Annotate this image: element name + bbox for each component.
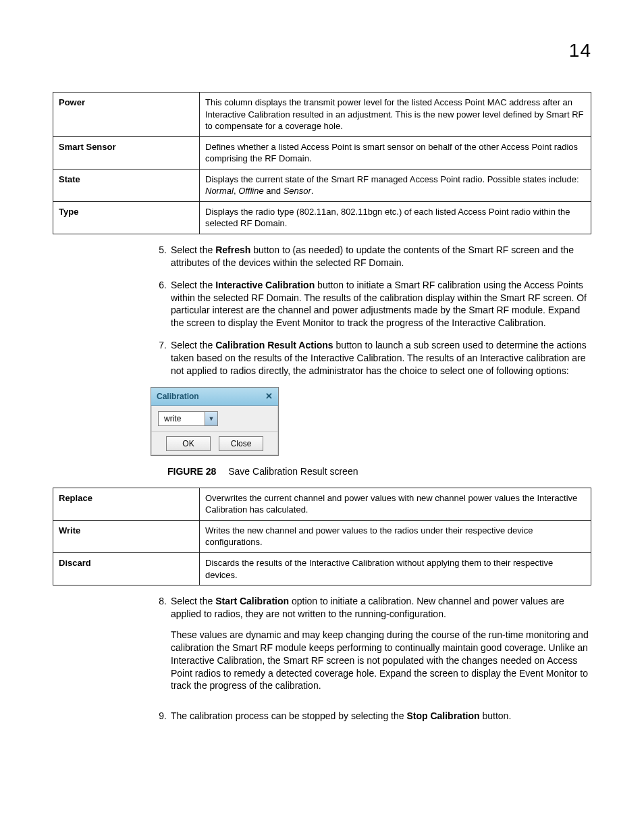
dialog-footer: OK Close [151, 432, 278, 455]
term-cell: Replace [53, 488, 200, 520]
calibration-action-dropdown[interactable]: write ▼ [158, 411, 218, 426]
interactive-calibration-label: Interactive Calibration [215, 280, 315, 290]
calibration-dialog: Calibration ✕ write ▼ OK Close [151, 387, 279, 456]
start-calibration-label: Start Calibration [215, 596, 289, 606]
table-row: Smart Sensor Defines whether a listed Ac… [53, 136, 591, 169]
table-row: Type Displays the radio type (802.11an, … [53, 201, 591, 234]
table-row: Write Writes the new channel and power v… [53, 520, 591, 552]
italic-word: Offline [238, 186, 264, 196]
definitions-table-1: Power This column displays the transmit … [53, 92, 591, 234]
figure-text: Save Calibration Result screen [228, 466, 358, 477]
term-cell: State [53, 169, 200, 201]
figure-label: FIGURE 28 [167, 466, 216, 477]
table-row: Discard Discards the results of the Inte… [53, 553, 591, 585]
step-text: Select the [171, 596, 215, 606]
italic-word: Normal [205, 186, 234, 196]
table-row: Replace Overwrites the current channel a… [53, 488, 591, 520]
step-5: 5. Select the Refresh button to (as need… [151, 244, 591, 269]
step-number: 8. [151, 595, 171, 700]
term-cell: Type [53, 201, 200, 234]
step-9: 9. The calibration process can be stoppe… [151, 710, 591, 723]
desc-cell: Displays the radio type (802.11an, 802.1… [200, 201, 591, 234]
chevron-down-icon[interactable]: ▼ [205, 412, 217, 425]
desc-cell: Defines whether a listed Access Point is… [200, 136, 591, 169]
step-number: 5. [151, 244, 171, 269]
step-text: These values are dynamic and may keep ch… [171, 629, 591, 692]
desc-cell: Discards the results of the Interactive … [200, 553, 591, 585]
step-text: Select the [171, 244, 215, 255]
step-number: 6. [151, 279, 171, 330]
desc-text: Displays the current state of the Smart … [205, 174, 579, 184]
term-cell: Power [53, 93, 200, 137]
term-cell: Discard [53, 553, 200, 585]
table-row: State Displays the current state of the … [53, 169, 591, 201]
calibration-result-actions-label: Calibration Result Actions [215, 340, 333, 350]
figure-caption: FIGURE 28 Save Calibration Result screen [167, 465, 591, 478]
desc-cell: Displays the current state of the Smart … [200, 169, 591, 201]
dialog-title: Calibration [157, 391, 199, 402]
definitions-table-2: Replace Overwrites the current channel a… [53, 488, 591, 585]
stop-calibration-label: Stop Calibration [406, 710, 479, 721]
term-cell: Write [53, 520, 200, 552]
desc-text: and [264, 186, 284, 196]
table-row: Power This column displays the transmit … [53, 93, 591, 137]
step-text: The calibration process can be stopped b… [171, 710, 406, 721]
step-8: 8. Select the Start Calibration option t… [151, 595, 591, 700]
term-cell: Smart Sensor [53, 136, 200, 169]
dropdown-value: write [159, 412, 205, 425]
close-icon[interactable]: ✕ [265, 390, 273, 402]
desc-text: . [311, 186, 314, 196]
dialog-body: write ▼ [151, 406, 278, 432]
close-button[interactable]: Close [219, 436, 263, 451]
step-6: 6. Select the Interactive Calibration bu… [151, 279, 591, 330]
step-text: Select the [171, 340, 215, 350]
step-text: button. [480, 710, 512, 721]
italic-word: Sensor [284, 186, 311, 196]
page-number: 14 [569, 38, 591, 63]
desc-cell: Overwrites the current channel and power… [200, 488, 591, 520]
step-number: 7. [151, 339, 171, 377]
dialog-titlebar: Calibration ✕ [151, 388, 278, 406]
step-number: 9. [151, 710, 171, 723]
desc-cell: Writes the new channel and power values … [200, 520, 591, 552]
step-text: Select the [171, 280, 215, 290]
ok-button[interactable]: OK [166, 436, 211, 451]
desc-cell: This column displays the transmit power … [200, 93, 591, 137]
step-7: 7. Select the Calibration Result Actions… [151, 339, 591, 377]
refresh-label: Refresh [215, 244, 250, 255]
